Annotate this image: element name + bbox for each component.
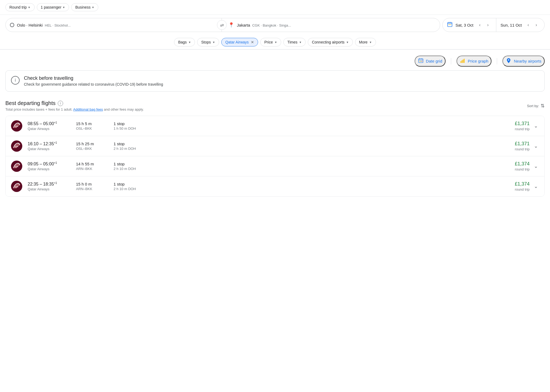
svg-rect-14 xyxy=(463,59,464,63)
covid-alert: i Check before travelling Check for gove… xyxy=(5,70,545,92)
airline-label: Qatar Airways xyxy=(225,40,249,44)
passengers-label: 1 passenger xyxy=(41,5,61,9)
svg-rect-1 xyxy=(449,22,449,23)
sort-icon[interactable]: ⇅ xyxy=(541,103,545,109)
flight-price-sub: round trip xyxy=(515,187,530,191)
svg-rect-9 xyxy=(419,61,420,61)
dest-text: Jakarta CGK · Bangkok · Singa... xyxy=(237,23,291,27)
results-subtitle: Total price includes taxes + fees for 1 … xyxy=(5,107,144,111)
flight-duration: 15 h 25 m OSL–BKK xyxy=(76,141,108,151)
tool-separator-1 xyxy=(451,58,451,64)
flight-times: 08:55 – 05:00+1 Qatar Airways xyxy=(28,121,71,131)
bags-filter[interactable]: Bags ▼ xyxy=(174,38,195,46)
flight-times: 09:05 – 05:00+1 Qatar Airways xyxy=(28,161,71,171)
connecting-airports-filter[interactable]: Connecting airports ▼ xyxy=(308,38,353,46)
flight-price-col: £1,371 round trip ⌄ xyxy=(515,121,539,131)
return-next-btn[interactable]: › xyxy=(533,21,540,29)
trip-type-chevron: ▼ xyxy=(28,6,31,9)
flight-time-range: 16:10 – 12:35+1 xyxy=(28,141,71,146)
price-graph-button[interactable]: Price graph xyxy=(457,56,492,67)
origin-text: Oslo · Helsinki HEL · Stockhol... xyxy=(17,23,71,27)
flight-row[interactable]: QA 08:55 – 05:00+1 Qatar Airways 15 h 5 … xyxy=(6,116,544,136)
passengers-button[interactable]: 1 passenger ▼ xyxy=(37,3,69,11)
expand-button[interactable]: ⌄ xyxy=(533,182,539,190)
flight-row[interactable]: QA 16:10 – 12:35+1 Qatar Airways 15 h 25… xyxy=(6,136,544,156)
flight-price-info: £1,374 round trip xyxy=(515,181,530,191)
flight-price-col: £1,371 round trip ⌄ xyxy=(515,141,539,151)
return-prev-btn[interactable]: ‹ xyxy=(524,21,532,29)
date-grid-button[interactable]: Date grid xyxy=(415,56,446,67)
more-filter[interactable]: More ▼ xyxy=(355,38,376,46)
additional-fees-link[interactable]: Additional bag fees xyxy=(73,107,103,111)
nearby-airports-label: Nearby airports xyxy=(514,59,541,63)
results-header: Best departing flights i Total price inc… xyxy=(0,96,550,114)
price-label: Price xyxy=(264,40,273,44)
svg-rect-6 xyxy=(419,59,423,63)
airline-logo: QA xyxy=(11,181,22,192)
depart-next-btn[interactable]: › xyxy=(484,21,492,29)
trip-type-button[interactable]: Round trip ▼ xyxy=(5,3,35,11)
nearby-airports-button[interactable]: Nearby airports xyxy=(502,56,545,67)
destination-input[interactable]: 📍 Jakarta CGK · Bangkok · Singa... xyxy=(222,18,440,32)
flight-row[interactable]: QA 22:35 – 18:35+1 Qatar Airways 15 h 0 … xyxy=(6,176,544,196)
flight-duration: 15 h 0 m ARN–BKK xyxy=(76,182,108,191)
bags-label: Bags xyxy=(178,40,187,44)
swap-button[interactable]: ⇄ xyxy=(217,20,227,30)
results-info-icon[interactable]: i xyxy=(58,101,63,106)
flight-duration: 14 h 55 m ARN–BKK xyxy=(76,162,108,171)
flight-time-range: 22:35 – 18:35+1 xyxy=(28,182,71,187)
expand-button[interactable]: ⌄ xyxy=(533,122,539,130)
airline-logo: QA xyxy=(11,120,22,132)
class-button[interactable]: Business ▼ xyxy=(71,3,98,11)
svg-rect-11 xyxy=(422,61,422,61)
origin-dest-group: Oslo · Helsinki HEL · Stockhol... ⇄ 📍 Ja… xyxy=(5,18,440,32)
flight-airline: Qatar Airways xyxy=(28,127,71,131)
expand-button[interactable]: ⌄ xyxy=(533,162,539,170)
connecting-airports-chevron: ▼ xyxy=(346,41,349,44)
return-date-section[interactable]: Sun, 11 Oct ‹ › xyxy=(496,18,544,32)
more-chevron: ▼ xyxy=(369,41,372,44)
airline-logo: QA xyxy=(11,161,22,172)
tool-separator-2 xyxy=(497,58,497,64)
class-label: Business xyxy=(75,5,91,9)
flight-stops: 1 stop 2 h 10 m DOH xyxy=(114,182,157,191)
svg-rect-15 xyxy=(464,59,465,63)
flight-stops: 1 stop 2 h 10 m DOH xyxy=(114,141,157,151)
svg-point-16 xyxy=(508,59,509,61)
svg-rect-10 xyxy=(420,61,421,61)
flight-row[interactable]: QA 09:05 – 05:00+1 Qatar Airways 14 h 55… xyxy=(6,156,544,176)
airline-filter-close[interactable]: ✕ xyxy=(251,40,254,44)
stops-filter[interactable]: Stops ▼ xyxy=(197,38,219,46)
stops-label: Stops xyxy=(201,40,211,44)
flight-airline: Qatar Airways xyxy=(28,187,71,191)
connecting-airports-label: Connecting airports xyxy=(312,40,344,44)
origin-input[interactable]: Oslo · Helsinki HEL · Stockhol... xyxy=(6,18,222,32)
flight-price: £1,371 xyxy=(515,121,530,126)
depart-prev-btn[interactable]: ‹ xyxy=(476,21,484,29)
flight-airline: Qatar Airways xyxy=(28,147,71,151)
svg-text:QA: QA xyxy=(15,165,18,168)
flight-price: £1,371 xyxy=(515,141,530,147)
svg-text:QA: QA xyxy=(15,145,18,148)
airline-filter[interactable]: Qatar Airways ✕ xyxy=(221,38,258,46)
flight-price-sub: round trip xyxy=(515,127,530,131)
svg-rect-13 xyxy=(462,60,462,63)
return-date-label: Sun, 11 Oct xyxy=(501,23,522,27)
return-date-nav: ‹ › xyxy=(524,21,540,29)
times-label: Times xyxy=(287,40,298,44)
price-chevron: ▼ xyxy=(274,41,277,44)
flight-price: £1,374 xyxy=(515,181,530,187)
times-filter[interactable]: Times ▼ xyxy=(283,38,306,46)
top-bar: Round trip ▼ 1 passenger ▼ Business ▼ xyxy=(0,0,550,15)
depart-date-section[interactable]: Sat, 3 Oct ‹ › xyxy=(443,18,496,32)
price-filter[interactable]: Price ▼ xyxy=(260,38,281,46)
expand-button[interactable]: ⌄ xyxy=(533,142,539,150)
trip-type-label: Round trip xyxy=(9,5,27,9)
svg-text:QA: QA xyxy=(15,186,18,188)
flight-times: 16:10 – 12:35+1 Qatar Airways xyxy=(28,141,71,151)
svg-rect-7 xyxy=(419,58,420,59)
flight-price: £1,374 xyxy=(515,161,530,167)
flight-price-sub: round trip xyxy=(515,167,530,171)
svg-text:QA: QA xyxy=(15,125,18,128)
tools-bar: Date grid Price graph Nearby airports xyxy=(0,52,550,70)
